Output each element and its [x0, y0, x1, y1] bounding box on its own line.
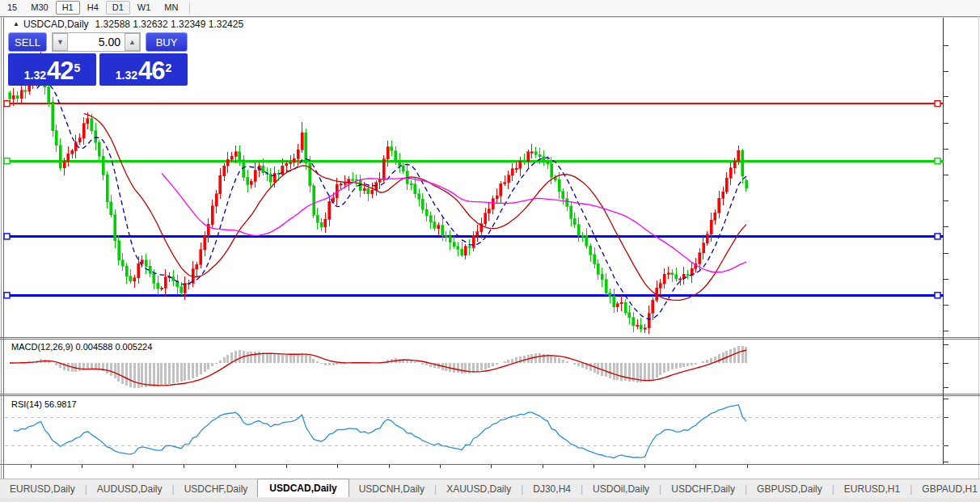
sell-button[interactable]: SELL [8, 32, 47, 52]
chart-tab-audusd-daily[interactable]: AUDUSD,Daily [87, 481, 172, 497]
chart-tab-usdcad-daily[interactable]: USDCAD,Daily [257, 479, 348, 497]
timeframe-button-15[interactable]: 15 [1, 1, 23, 15]
one-click-trade-panel: SELL ▼ 5.00 ▲ BUY 1.32425 1.32462 [8, 32, 188, 86]
symbol-timeframe-label: USDCAD,Daily [23, 19, 89, 30]
buy-price-big: 46 [138, 59, 164, 83]
timeframe-button-w1[interactable]: W1 [131, 1, 158, 15]
status-strip [0, 498, 980, 502]
timeframe-button-mn[interactable]: MN [158, 1, 184, 15]
chart-tab-usdchf-daily[interactable]: USDCHF,Daily [175, 481, 258, 497]
volume-input[interactable]: 5.00 [68, 33, 125, 51]
sell-price-box[interactable]: 1.32425 [8, 53, 96, 86]
rsi-label: RSI(14) 56.9817 [11, 399, 77, 409]
buy-price-prefix: 1.32 [116, 67, 137, 83]
chart-tab-gbpaud-h1[interactable]: GBPAUD,H1 [912, 481, 980, 497]
chart-ohlc-title: ▲USDCAD,Daily1.32588 1.32632 1.32349 1.3… [13, 19, 243, 30]
ohlc-values: 1.32588 1.32632 1.32349 1.32425 [95, 19, 244, 30]
sell-price-prefix: 1.32 [24, 67, 46, 83]
timeframe-button-h1[interactable]: H1 [56, 1, 80, 15]
chart-tab-bar: EURUSD,Daily|AUDUSD,Daily|USDCHF,DailyUS… [0, 479, 980, 498]
volume-decrease-button[interactable]: ▼ [53, 33, 68, 51]
timeframe-button-d1[interactable]: D1 [106, 1, 130, 15]
chart-tab-dj30-h4[interactable]: DJ30,H4 [523, 481, 581, 497]
chart-tab-usdoil-daily[interactable]: USDOil,Daily [583, 481, 659, 497]
macd-label: MACD(12,26,9) 0.004588 0.005224 [11, 342, 152, 352]
sell-price-sup: 5 [74, 53, 80, 82]
buy-price-box[interactable]: 1.32462 [99, 53, 188, 86]
chart-tab-eurusd-daily[interactable]: EURUSD,Daily [0, 481, 85, 497]
volume-spinner: ▼ 5.00 ▲ [52, 32, 141, 52]
chart-tab-usdcnh-daily[interactable]: USDCNH,Daily [349, 481, 434, 497]
volume-increase-button[interactable]: ▲ [125, 33, 140, 51]
timeframe-button-m30[interactable]: M30 [24, 1, 54, 15]
toolbar-divider [189, 2, 190, 14]
collapse-triangle-icon[interactable]: ▲ [13, 20, 19, 27]
buy-price-sup: 2 [165, 53, 171, 82]
chart-tab-eurusd-h1[interactable]: EURUSD,H1 [834, 481, 910, 497]
timeframe-toolbar: 15M30H1H4D1W1MN [0, 0, 980, 15]
sell-price-big: 42 [47, 59, 73, 83]
chart-tab-xauusd-daily[interactable]: XAUUSD,Daily [437, 481, 521, 497]
timeframe-button-h4[interactable]: H4 [81, 1, 105, 15]
chart-tab-gbpusd-daily[interactable]: GBPUSD,Daily [747, 481, 832, 497]
chart-tab-usdchf-daily[interactable]: USDCHF,Daily [661, 481, 745, 497]
buy-button[interactable]: BUY [146, 32, 188, 52]
